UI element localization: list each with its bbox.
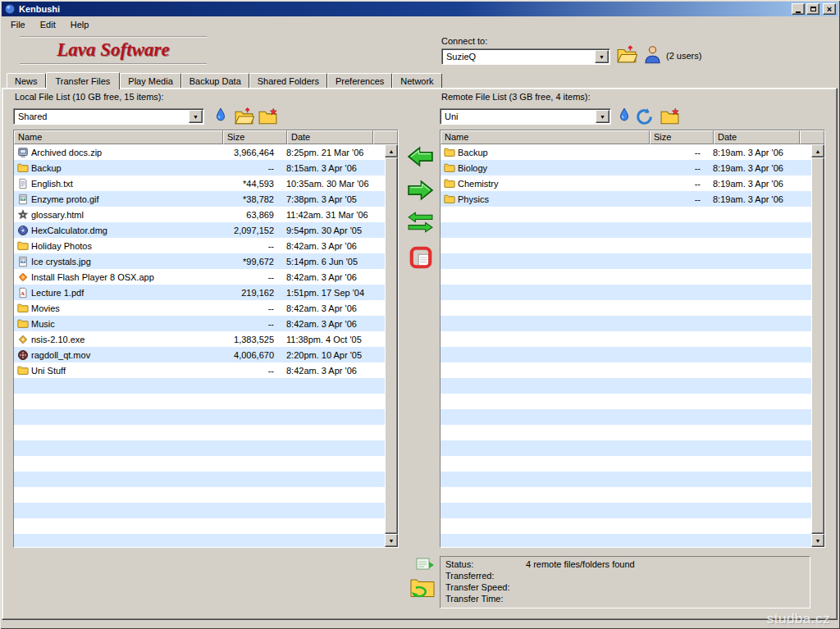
file-size: -- [220,366,279,376]
scrollbar-track[interactable] [385,157,398,534]
minimize-button[interactable] [792,3,805,15]
file-date: 8:25pm. 21 Mar '06 [279,148,385,157]
chevron-down-icon[interactable]: ▼ [595,50,609,63]
maximize-button[interactable] [806,3,819,15]
local-parent-folder-button[interactable] [234,107,254,126]
file-size: -- [220,241,279,251]
remote-new-folder-button[interactable] [660,107,680,126]
scroll-up-button[interactable]: ▲ [811,144,824,157]
file-row[interactable]: Music--8:42am. 3 Apr '06 [14,316,385,331]
file-row[interactable]: Physics--8:19am. 3 Apr '06 [441,191,811,207]
column-header-size[interactable]: Size [223,130,287,144]
file-size: -- [646,179,705,189]
connect-folder-button[interactable] [616,45,637,65]
column-header-name[interactable]: Name [441,130,650,144]
column-header-name[interactable]: Name [14,130,223,144]
tab-news[interactable]: News [7,73,46,88]
tab-play-media[interactable]: Play Media [120,73,180,88]
file-row[interactable]: Install Flash Player 8 OSX.app--8:42am. … [14,269,385,285]
tab-backup-data[interactable]: Backup Data [181,73,249,88]
scroll-up-button[interactable]: ▲ [385,144,398,157]
folder-file-icon [14,162,31,174]
file-row[interactable]: Backup--8:19am. 3 Apr '06 [441,144,811,160]
file-date: 8:19am. 3 Apr '06 [705,148,811,157]
scrollbar-thumb[interactable] [385,157,398,534]
folder-file-icon [441,178,458,189]
file-size: *38,782 [220,194,279,204]
app-file-icon [14,271,31,283]
folder-file-icon [14,318,31,330]
menu-item-edit[interactable]: Edit [33,18,63,31]
file-name: Uni Stuff [31,366,220,376]
local-new-folder-button[interactable] [258,107,278,126]
file-row[interactable]: Holiday Photos--8:42am. 3 Apr '06 [14,238,385,253]
file-row[interactable]: Ice crystals.jpg*99,6725:14pm. 6 Jun '05 [14,253,385,269]
transferred-label: Transferred: [445,571,495,581]
transfer-status-icon [409,557,436,601]
window-controls: × [792,3,836,15]
tab-preferences[interactable]: Preferences [327,73,392,88]
local-eject-button[interactable] [213,107,228,125]
file-name: Backup [458,148,646,157]
file-date: 10:35am. 30 Mar '06 [279,179,385,189]
mov-file-icon [14,349,31,361]
file-row[interactable]: Chemistry--8:19am. 3 Apr '06 [441,175,811,191]
file-name: Lecture 1.pdf [31,288,220,298]
transfer-to-remote-button[interactable] [407,178,434,203]
scroll-down-button[interactable]: ▼ [385,534,398,547]
file-row[interactable]: nsis-2.10.exe1,383,52511:38pm. 4 Oct '05 [14,331,385,347]
column-header-size[interactable]: Size [650,130,714,144]
file-date: 8:19am. 3 Apr '06 [705,163,811,173]
stop-icon [409,245,433,270]
local-scrollbar[interactable]: ▲ ▼ [385,144,398,547]
file-name: HexCalculator.dmg [31,226,220,235]
arrow-right-icon [407,178,434,203]
gif-file-icon [14,194,31,205]
file-row[interactable]: Enzyme proto.gif*38,7827:38pm. 3 Apr '05 [14,191,385,207]
sync-button[interactable] [407,210,434,235]
remote-eject-button[interactable] [617,107,632,125]
file-date: 8:42am. 3 Apr '06 [279,319,385,329]
local-folder-dropdown[interactable]: Shared ▼ [13,108,204,125]
transfer-to-local-button[interactable] [407,144,434,169]
file-name: Backup [31,163,220,173]
column-header-date[interactable]: Date [714,130,800,144]
tab-network[interactable]: Network [392,73,441,88]
remote-scrollbar[interactable]: ▲ ▼ [811,144,824,547]
minimize-icon [796,11,801,13]
scroll-down-button[interactable]: ▼ [811,534,824,547]
file-name: Enzyme proto.gif [31,194,220,204]
chevron-down-icon[interactable]: ▼ [189,110,203,123]
scrollbar-track[interactable] [811,157,824,534]
tab-transfer-files[interactable]: Transfer Files [46,72,121,89]
status-label: Status: [445,559,473,569]
users-icon [642,44,663,65]
file-name: English.txt [31,179,220,189]
scrollbar-thumb[interactable] [811,157,824,534]
file-row[interactable]: English.txt*44,59310:35am. 30 Mar '06 [14,175,385,191]
file-row[interactable]: HexCalculator.dmg2,097,1529:54pm. 30 Apr… [14,222,385,238]
connect-dropdown[interactable]: SuzieQ ▼ [441,48,610,65]
file-name: nsis-2.10.exe [31,335,220,344]
remote-refresh-button[interactable] [635,107,654,126]
chevron-down-icon[interactable]: ▼ [596,110,609,123]
file-row[interactable]: ragdoll_qt.mov4,006,6702:20pm. 10 Apr '0… [14,347,385,362]
column-header-date[interactable]: Date [287,130,373,144]
file-row[interactable]: Biology--8:19am. 3 Apr '06 [441,160,811,175]
stop-transfer-button[interactable] [409,245,433,270]
remote-folder-dropdown[interactable]: Uni ▼ [440,108,611,125]
close-button[interactable]: × [823,3,836,15]
menu-item-help[interactable]: Help [63,18,97,31]
app-icon [4,3,16,15]
file-row[interactable]: Movies--8:42am. 3 Apr '06 [14,300,385,316]
file-row[interactable]: Uni Stuff--8:42am. 3 Apr '06 [14,362,385,378]
file-row[interactable]: Archived docs.zip3,966,4648:25pm. 21 Mar… [14,144,385,160]
folder-file-icon [14,240,31,252]
file-row[interactable]: Backup--8:15am. 3 Apr '06 [14,160,385,175]
file-size: -- [220,319,279,329]
tab-shared-folders[interactable]: Shared Folders [249,73,327,88]
local-list-title: Local File List (10 GB free, 15 items): [15,92,164,102]
file-row[interactable]: glossary.html63,86911:42am. 31 Mar '06 [14,207,385,222]
file-row[interactable]: ALecture 1.pdf219,1621:51pm. 17 Sep '04 [14,285,385,300]
menu-item-file[interactable]: File [3,18,33,31]
